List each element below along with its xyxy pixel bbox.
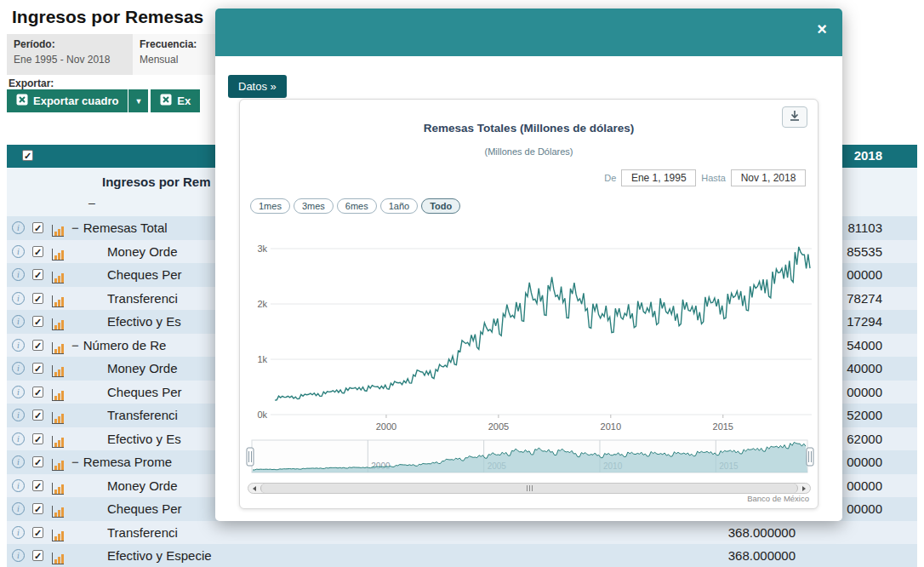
- right-arrow-icon: [802, 486, 806, 491]
- chart-subtitle: (Millones de Dólares): [240, 146, 818, 157]
- row-label: Transferenci: [107, 287, 178, 311]
- info-icon[interactable]: i: [12, 479, 25, 492]
- date-from-input[interactable]: [621, 169, 696, 186]
- chart-icon[interactable]: [51, 479, 65, 492]
- navigator-chart[interactable]: 2000200520102015: [240, 438, 819, 481]
- scrollbar-thumb[interactable]: [260, 484, 798, 493]
- row-label: −Remesas Total: [71, 216, 168, 240]
- info-icon[interactable]: i: [12, 549, 25, 562]
- datos-button[interactable]: Datos »: [228, 75, 287, 98]
- row-value: 368.000000: [728, 521, 796, 545]
- check-icon: ✓: [33, 387, 43, 398]
- chevron-down-icon: ▼: [134, 97, 142, 106]
- export-table-button[interactable]: Exportar cuadro: [7, 89, 128, 112]
- info-icon[interactable]: i: [12, 455, 25, 468]
- row-checkbox[interactable]: ✓: [32, 527, 43, 538]
- chart-icon[interactable]: [51, 526, 65, 539]
- chart-scrollbar[interactable]: [248, 483, 811, 494]
- row-checkbox[interactable]: ✓: [32, 410, 43, 421]
- table-row: i✓Transferenci368.000000: [7, 521, 917, 545]
- nav-handle-left[interactable]: [247, 448, 254, 466]
- info-icon[interactable]: i: [12, 339, 25, 352]
- excel-icon: [160, 94, 172, 108]
- check-icon: ✓: [33, 481, 43, 491]
- info-icon[interactable]: i: [12, 292, 25, 305]
- row-checkbox[interactable]: ✓: [32, 293, 43, 304]
- scroll-left-button[interactable]: [248, 484, 260, 493]
- check-icon: ✓: [33, 551, 43, 561]
- row-checkbox[interactable]: ✓: [32, 433, 43, 444]
- check-icon: ✓: [33, 247, 43, 257]
- close-icon[interactable]: ×: [817, 20, 827, 37]
- info-icon[interactable]: i: [12, 502, 25, 515]
- svg-text:0k: 0k: [257, 410, 267, 420]
- info-icon[interactable]: i: [12, 268, 25, 281]
- row-value: 62000: [847, 427, 882, 451]
- chart-icon[interactable]: [51, 268, 65, 281]
- row-checkbox[interactable]: ✓: [32, 550, 43, 561]
- export-table-label: Exportar cuadro: [33, 94, 118, 107]
- row-label: −Número de Re: [71, 334, 166, 358]
- scroll-right-button[interactable]: [798, 484, 810, 493]
- row-checkbox[interactable]: ✓: [32, 246, 43, 257]
- row-checkbox[interactable]: ✓: [32, 456, 43, 467]
- row-value: 368.000000: [728, 544, 796, 567]
- row-checkbox[interactable]: ✓: [32, 316, 43, 327]
- row-value: 85535: [847, 240, 882, 264]
- row-checkbox[interactable]: ✓: [32, 363, 43, 374]
- collapse-icon[interactable]: −: [71, 455, 79, 469]
- row-label: Efectivo y Es: [107, 310, 181, 334]
- info-icon[interactable]: i: [12, 362, 25, 375]
- date-from-label: De: [604, 173, 616, 183]
- collapse-icon[interactable]: −: [71, 220, 79, 235]
- row-value: 78274: [847, 287, 882, 311]
- chart-icon[interactable]: [51, 221, 65, 234]
- chart-icon[interactable]: [51, 292, 65, 305]
- chart-icon[interactable]: [51, 245, 65, 258]
- info-icon[interactable]: i: [12, 221, 25, 234]
- chart-icon[interactable]: [51, 339, 65, 352]
- chart-icon[interactable]: [51, 409, 65, 421]
- info-icon[interactable]: i: [12, 245, 25, 258]
- chart-icon[interactable]: [51, 455, 65, 468]
- date-to-input[interactable]: [731, 169, 806, 186]
- collapse-icon[interactable]: −: [71, 338, 79, 352]
- export-series-button[interactable]: Ex: [151, 89, 200, 112]
- frequency-filter: Frecuencia: Mensual: [133, 34, 226, 75]
- chart-icon[interactable]: [51, 549, 65, 562]
- row-checkbox[interactable]: ✓: [32, 387, 43, 398]
- table-row: i✓Efectivo y Especie368.000000: [7, 544, 917, 567]
- row-label: Cheques Per: [107, 263, 182, 287]
- row-checkbox[interactable]: ✓: [32, 222, 43, 233]
- info-icon[interactable]: i: [12, 409, 25, 421]
- info-icon[interactable]: i: [12, 526, 25, 539]
- row-value: 81103: [847, 216, 882, 240]
- export-label: Exportar:: [9, 77, 54, 89]
- chart-title: Remesas Totales (Millones de dólares): [240, 122, 818, 135]
- frequency-label: Frecuencia:: [140, 38, 220, 50]
- chart-icon[interactable]: [51, 432, 65, 445]
- info-icon[interactable]: i: [12, 432, 25, 445]
- info-icon[interactable]: i: [12, 315, 25, 328]
- chart-icon[interactable]: [51, 386, 65, 398]
- nav-handle-right[interactable]: [807, 448, 813, 466]
- row-checkbox[interactable]: ✓: [32, 480, 43, 491]
- row-label: Efectivo y Es: [107, 427, 181, 451]
- main-chart: 0k1k2k3k2000200520102015: [240, 212, 819, 435]
- row-checkbox[interactable]: ✓: [32, 269, 43, 280]
- row-value: 52000: [847, 404, 882, 427]
- check-icon: ✓: [33, 270, 43, 280]
- row-checkbox[interactable]: ✓: [32, 340, 43, 351]
- export-table-dropdown[interactable]: ▼: [128, 89, 148, 112]
- check-icon: ✓: [33, 410, 43, 421]
- period-label: Período:: [14, 38, 110, 50]
- row-label: −Remesa Prome: [71, 450, 172, 474]
- info-icon[interactable]: i: [12, 386, 25, 398]
- check-icon: ✓: [33, 434, 43, 444]
- chart-icon[interactable]: [51, 502, 65, 515]
- chart-icon[interactable]: [51, 362, 65, 375]
- chart-icon[interactable]: [51, 315, 65, 328]
- row-label: Cheques Per: [107, 381, 182, 404]
- row-checkbox[interactable]: ✓: [32, 503, 43, 514]
- select-all-checkbox[interactable]: ✓: [22, 150, 33, 161]
